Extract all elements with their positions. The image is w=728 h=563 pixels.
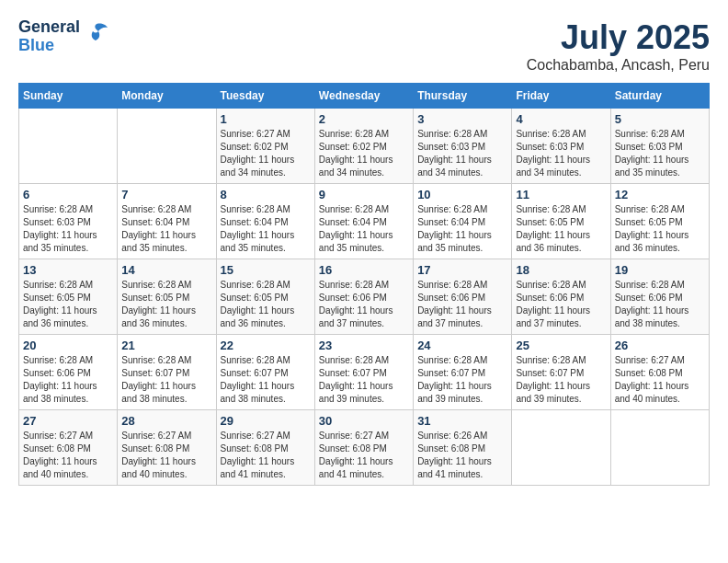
calendar-cell: 4Sunrise: 6:28 AM Sunset: 6:03 PM Daylig…	[512, 109, 610, 184]
day-number: 2	[319, 112, 409, 126]
calendar-week-row: 1Sunrise: 6:27 AM Sunset: 6:02 PM Daylig…	[19, 109, 710, 184]
calendar-cell: 9Sunrise: 6:28 AM Sunset: 6:04 PM Daylig…	[314, 184, 413, 259]
day-info: Sunrise: 6:27 AM Sunset: 6:08 PM Dayligh…	[23, 430, 113, 481]
day-number: 3	[417, 112, 507, 126]
day-info: Sunrise: 6:28 AM Sunset: 6:07 PM Dayligh…	[417, 354, 507, 406]
day-number: 19	[615, 263, 705, 277]
calendar-cell	[19, 109, 118, 184]
day-of-week-header: Wednesday	[314, 84, 413, 109]
calendar-cell: 27Sunrise: 6:27 AM Sunset: 6:08 PM Dayli…	[19, 410, 118, 486]
day-number: 9	[319, 188, 409, 201]
day-of-week-header: Monday	[118, 84, 216, 109]
day-number: 16	[319, 263, 409, 277]
day-info: Sunrise: 6:28 AM Sunset: 6:04 PM Dayligh…	[319, 203, 409, 255]
calendar-week-row: 27Sunrise: 6:27 AM Sunset: 6:08 PM Dayli…	[19, 410, 710, 486]
calendar-cell	[512, 410, 610, 486]
day-number: 13	[23, 263, 113, 277]
logo-general: General	[18, 17, 80, 36]
logo: General Blue	[18, 18, 109, 55]
day-number: 21	[121, 339, 211, 352]
days-header-row: SundayMondayTuesdayWednesdayThursdayFrid…	[19, 84, 710, 109]
calendar-cell: 16Sunrise: 6:28 AM Sunset: 6:06 PM Dayli…	[314, 259, 413, 335]
day-info: Sunrise: 6:28 AM Sunset: 6:06 PM Dayligh…	[516, 279, 606, 330]
calendar-cell: 8Sunrise: 6:28 AM Sunset: 6:04 PM Daylig…	[216, 184, 314, 259]
calendar-body: 1Sunrise: 6:27 AM Sunset: 6:02 PM Daylig…	[19, 109, 710, 486]
day-number: 17	[417, 263, 507, 277]
calendar-cell: 10Sunrise: 6:28 AM Sunset: 6:04 PM Dayli…	[414, 184, 512, 259]
day-info: Sunrise: 6:27 AM Sunset: 6:08 PM Dayligh…	[121, 430, 211, 481]
day-info: Sunrise: 6:28 AM Sunset: 6:06 PM Dayligh…	[23, 354, 113, 406]
day-info: Sunrise: 6:28 AM Sunset: 6:05 PM Dayligh…	[615, 203, 705, 255]
calendar-cell: 29Sunrise: 6:27 AM Sunset: 6:08 PM Dayli…	[216, 410, 314, 486]
day-info: Sunrise: 6:28 AM Sunset: 6:06 PM Dayligh…	[615, 279, 705, 330]
day-info: Sunrise: 6:28 AM Sunset: 6:04 PM Dayligh…	[417, 203, 507, 255]
calendar-week-row: 20Sunrise: 6:28 AM Sunset: 6:06 PM Dayli…	[19, 335, 710, 410]
calendar-week-row: 6Sunrise: 6:28 AM Sunset: 6:03 PM Daylig…	[19, 184, 710, 259]
calendar-cell: 21Sunrise: 6:28 AM Sunset: 6:07 PM Dayli…	[118, 335, 216, 410]
day-info: Sunrise: 6:28 AM Sunset: 6:04 PM Dayligh…	[121, 203, 211, 255]
page-subtitle: Cochabamba, Ancash, Peru	[527, 57, 710, 74]
calendar-table: SundayMondayTuesdayWednesdayThursdayFrid…	[18, 83, 710, 486]
day-number: 7	[121, 188, 211, 201]
calendar-cell: 31Sunrise: 6:26 AM Sunset: 6:08 PM Dayli…	[414, 410, 512, 486]
day-info: Sunrise: 6:28 AM Sunset: 6:07 PM Dayligh…	[221, 354, 311, 406]
calendar-week-row: 13Sunrise: 6:28 AM Sunset: 6:05 PM Dayli…	[19, 259, 710, 335]
day-of-week-header: Tuesday	[216, 84, 314, 109]
day-info: Sunrise: 6:28 AM Sunset: 6:05 PM Dayligh…	[221, 279, 311, 330]
calendar-cell: 22Sunrise: 6:28 AM Sunset: 6:07 PM Dayli…	[216, 335, 314, 410]
calendar-cell: 11Sunrise: 6:28 AM Sunset: 6:05 PM Dayli…	[512, 184, 610, 259]
calendar-cell: 5Sunrise: 6:28 AM Sunset: 6:03 PM Daylig…	[610, 109, 709, 184]
calendar-cell: 2Sunrise: 6:28 AM Sunset: 6:02 PM Daylig…	[314, 109, 413, 184]
calendar-cell: 15Sunrise: 6:28 AM Sunset: 6:05 PM Dayli…	[216, 259, 314, 335]
calendar-header: SundayMondayTuesdayWednesdayThursdayFrid…	[19, 84, 710, 109]
day-number: 4	[516, 112, 606, 126]
day-info: Sunrise: 6:28 AM Sunset: 6:05 PM Dayligh…	[121, 279, 211, 330]
day-number: 1	[221, 112, 311, 126]
day-info: Sunrise: 6:27 AM Sunset: 6:08 PM Dayligh…	[615, 354, 705, 406]
title-block: July 2025 Cochabamba, Ancash, Peru	[527, 18, 710, 74]
day-info: Sunrise: 6:27 AM Sunset: 6:08 PM Dayligh…	[221, 430, 311, 481]
day-info: Sunrise: 6:28 AM Sunset: 6:02 PM Dayligh…	[319, 128, 409, 179]
calendar-cell: 24Sunrise: 6:28 AM Sunset: 6:07 PM Dayli…	[414, 335, 512, 410]
day-of-week-header: Sunday	[19, 84, 118, 109]
day-number: 27	[23, 414, 113, 428]
calendar-cell: 28Sunrise: 6:27 AM Sunset: 6:08 PM Dayli…	[118, 410, 216, 486]
day-number: 26	[615, 339, 705, 352]
day-number: 31	[417, 414, 507, 428]
day-number: 20	[23, 339, 113, 352]
calendar-cell: 17Sunrise: 6:28 AM Sunset: 6:06 PM Dayli…	[414, 259, 512, 335]
calendar-cell: 3Sunrise: 6:28 AM Sunset: 6:03 PM Daylig…	[414, 109, 512, 184]
day-info: Sunrise: 6:28 AM Sunset: 6:05 PM Dayligh…	[23, 279, 113, 330]
day-number: 11	[516, 188, 606, 201]
day-of-week-header: Saturday	[610, 84, 709, 109]
day-number: 24	[417, 339, 507, 352]
bird-icon	[82, 20, 109, 52]
day-of-week-header: Thursday	[414, 84, 512, 109]
day-info: Sunrise: 6:28 AM Sunset: 6:03 PM Dayligh…	[516, 128, 606, 179]
calendar-cell: 13Sunrise: 6:28 AM Sunset: 6:05 PM Dayli…	[19, 259, 118, 335]
logo-blue: Blue	[18, 36, 54, 54]
day-number: 25	[516, 339, 606, 352]
calendar-cell: 12Sunrise: 6:28 AM Sunset: 6:05 PM Dayli…	[610, 184, 709, 259]
calendar-cell: 20Sunrise: 6:28 AM Sunset: 6:06 PM Dayli…	[19, 335, 118, 410]
calendar-cell: 18Sunrise: 6:28 AM Sunset: 6:06 PM Dayli…	[512, 259, 610, 335]
calendar-cell	[610, 410, 709, 486]
day-info: Sunrise: 6:28 AM Sunset: 6:03 PM Dayligh…	[615, 128, 705, 179]
day-number: 18	[516, 263, 606, 277]
day-info: Sunrise: 6:28 AM Sunset: 6:07 PM Dayligh…	[121, 354, 211, 406]
day-info: Sunrise: 6:26 AM Sunset: 6:08 PM Dayligh…	[417, 430, 507, 481]
day-info: Sunrise: 6:28 AM Sunset: 6:07 PM Dayligh…	[516, 354, 606, 406]
page-title: July 2025	[527, 18, 710, 57]
day-number: 6	[23, 188, 113, 201]
day-number: 29	[221, 414, 311, 428]
day-info: Sunrise: 6:28 AM Sunset: 6:04 PM Dayligh…	[221, 203, 311, 255]
calendar-cell: 1Sunrise: 6:27 AM Sunset: 6:02 PM Daylig…	[216, 109, 314, 184]
calendar-cell: 7Sunrise: 6:28 AM Sunset: 6:04 PM Daylig…	[118, 184, 216, 259]
day-info: Sunrise: 6:28 AM Sunset: 6:03 PM Dayligh…	[417, 128, 507, 179]
day-info: Sunrise: 6:27 AM Sunset: 6:08 PM Dayligh…	[319, 430, 409, 481]
day-number: 12	[615, 188, 705, 201]
day-info: Sunrise: 6:28 AM Sunset: 6:07 PM Dayligh…	[319, 354, 409, 406]
day-info: Sunrise: 6:28 AM Sunset: 6:05 PM Dayligh…	[516, 203, 606, 255]
calendar-cell: 23Sunrise: 6:28 AM Sunset: 6:07 PM Dayli…	[314, 335, 413, 410]
calendar-cell: 30Sunrise: 6:27 AM Sunset: 6:08 PM Dayli…	[314, 410, 413, 486]
